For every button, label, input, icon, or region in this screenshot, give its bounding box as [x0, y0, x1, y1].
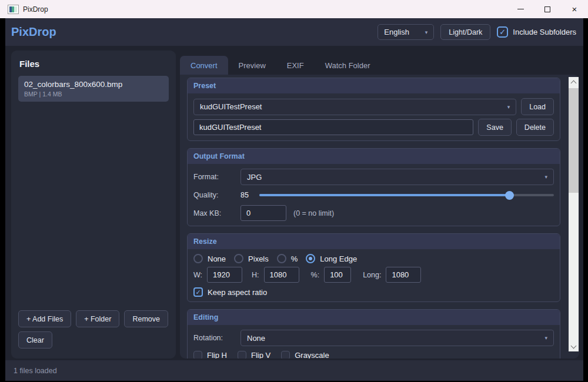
resize-mode-none-label: None: [208, 254, 226, 263]
flip-v-checkbox[interactable]: [238, 351, 246, 358]
remove-button[interactable]: Remove: [124, 310, 168, 327]
radio-icon: [193, 254, 203, 263]
max-kb-hint: (0 = no limit): [293, 209, 334, 217]
include-subfolders-checkbox[interactable]: ✓: [497, 26, 508, 38]
language-select[interactable]: English ▾: [377, 24, 434, 40]
resize-section: Resize None Pixels %: [187, 233, 560, 302]
long-edge-label: Long:: [363, 271, 381, 279]
max-kb-input[interactable]: [240, 205, 286, 221]
tab-bar: Convert Preview EXIF Watch Folder: [180, 56, 381, 75]
width-input[interactable]: [207, 267, 242, 283]
editing-section-title: Editing: [188, 310, 560, 325]
chevron-up-icon: [571, 80, 577, 86]
include-subfolders-row: ✓ Include Subfolders: [497, 26, 576, 38]
rotation-label: Rotation:: [193, 334, 236, 342]
app-icon: [8, 5, 18, 14]
clear-button[interactable]: Clear: [18, 331, 52, 349]
resize-section-title: Resize: [188, 234, 560, 249]
add-files-button[interactable]: + Add Files: [18, 310, 71, 327]
height-label: H:: [252, 271, 259, 279]
resize-mode-none[interactable]: None: [193, 254, 226, 263]
resize-mode-long-edge-label: Long Edge: [320, 254, 357, 263]
grayscale-row: Grayscale: [281, 351, 329, 358]
language-selected-value: English: [384, 28, 409, 36]
maximize-icon: [544, 6, 550, 12]
preset-selected-value: kudGUITestPreset: [200, 102, 262, 111]
include-subfolders-label: Include Subfolders: [513, 28, 576, 36]
scroll-up-button[interactable]: [569, 77, 579, 86]
flip-v-row: Flip V: [238, 351, 270, 358]
file-list-item[interactable]: 02_colorbars_800x600.bmp BMP | 1.4 MB: [18, 76, 169, 102]
scroll-down-button[interactable]: [569, 342, 579, 351]
keep-aspect-checkbox[interactable]: ✓: [193, 287, 203, 297]
radio-icon: [277, 254, 286, 263]
preset-select[interactable]: kudGUITestPreset ▾: [193, 99, 516, 115]
chevron-down-icon: ▾: [419, 29, 428, 35]
preset-delete-button[interactable]: Delete: [516, 119, 554, 136]
rotation-select[interactable]: None ▾: [240, 330, 554, 346]
resize-mode-pixels[interactable]: Pixels: [234, 254, 269, 263]
window-frame: PixDrop English ▾ Light/Dark ✓ Include S…: [0, 18, 588, 382]
preset-load-button[interactable]: Load: [521, 98, 554, 115]
window-controls: ×: [507, 0, 588, 18]
output-format-section: Output Format Format: JPG ▾ Quality: 85: [187, 148, 560, 226]
percent-label: %:: [311, 271, 320, 279]
flip-h-checkbox[interactable]: [193, 351, 202, 358]
quality-slider[interactable]: [259, 191, 554, 199]
files-panel-title: Files: [19, 59, 169, 69]
resize-mode-long-edge[interactable]: Long Edge: [306, 254, 357, 263]
keep-aspect-label: Keep aspect ratio: [208, 288, 267, 297]
format-selected-value: JPG: [247, 173, 262, 182]
format-label: Format:: [193, 173, 236, 181]
minimize-icon: [517, 9, 524, 9]
rotation-selected-value: None: [247, 334, 265, 343]
scrollbar-track[interactable]: [569, 86, 579, 342]
height-input[interactable]: [264, 267, 299, 283]
resize-mode-radios: None Pixels % Long Edge: [193, 254, 554, 263]
width-label: W:: [193, 271, 202, 279]
close-icon: ×: [572, 5, 577, 14]
preset-save-button[interactable]: Save: [478, 119, 512, 136]
flip-v-label: Flip V: [251, 351, 270, 358]
resize-mode-percent[interactable]: %: [277, 254, 298, 263]
resize-mode-pixels-label: Pixels: [248, 254, 269, 263]
file-list-empty-area: [18, 102, 169, 310]
checkmark-icon: ✓: [499, 28, 506, 36]
grayscale-checkbox[interactable]: [281, 351, 290, 358]
files-buttons-row2: Clear: [18, 331, 169, 349]
maximize-button[interactable]: [534, 0, 561, 18]
window-content: PixDrop English ▾ Light/Dark ✓ Include S…: [5, 18, 583, 381]
close-button[interactable]: ×: [561, 0, 588, 18]
add-folder-button[interactable]: + Folder: [76, 310, 119, 327]
editing-section: Editing Rotation: None ▾ Flip H: [187, 309, 560, 358]
tab-preview[interactable]: Preview: [228, 56, 276, 75]
format-select[interactable]: JPG ▾: [240, 169, 554, 185]
minimize-button[interactable]: [507, 0, 534, 18]
quality-slider-thumb[interactable]: [505, 191, 514, 200]
status-text: 1 files loaded: [14, 367, 57, 375]
convert-sections: Preset kudGUITestPreset ▾ Load Save Dele…: [187, 78, 560, 358]
percent-input[interactable]: [324, 267, 351, 283]
status-bar: 1 files loaded: [5, 360, 583, 381]
quality-value: 85: [240, 191, 255, 199]
convert-tab-panel: Preset kudGUITestPreset ▾ Load Save Dele…: [180, 75, 579, 358]
main-scrollbar[interactable]: [569, 77, 579, 351]
flip-h-label: Flip H: [207, 351, 227, 358]
header-controls: English ▾ Light/Dark ✓ Include Subfolder…: [377, 24, 576, 40]
grayscale-label: Grayscale: [295, 351, 329, 358]
quality-slider-fill: [259, 194, 510, 196]
tab-watch-folder[interactable]: Watch Folder: [315, 56, 381, 75]
file-meta: BMP | 1.4 MB: [24, 91, 163, 98]
theme-toggle-button[interactable]: Light/Dark: [440, 24, 490, 40]
tab-convert[interactable]: Convert: [180, 56, 228, 75]
quality-label: Quality:: [193, 191, 236, 199]
files-panel: Files 02_colorbars_800x600.bmp BMP | 1.4…: [11, 51, 176, 358]
app-header: PixDrop English ▾ Light/Dark ✓ Include S…: [5, 18, 583, 46]
scrollbar-thumb[interactable]: [569, 88, 579, 193]
file-name: 02_colorbars_800x600.bmp: [24, 80, 163, 89]
preset-section: Preset kudGUITestPreset ▾ Load Save Dele…: [187, 78, 560, 141]
preset-name-input[interactable]: [193, 119, 473, 135]
output-format-section-title: Output Format: [188, 149, 560, 164]
long-edge-input[interactable]: [386, 267, 421, 283]
tab-exif[interactable]: EXIF: [276, 56, 315, 75]
